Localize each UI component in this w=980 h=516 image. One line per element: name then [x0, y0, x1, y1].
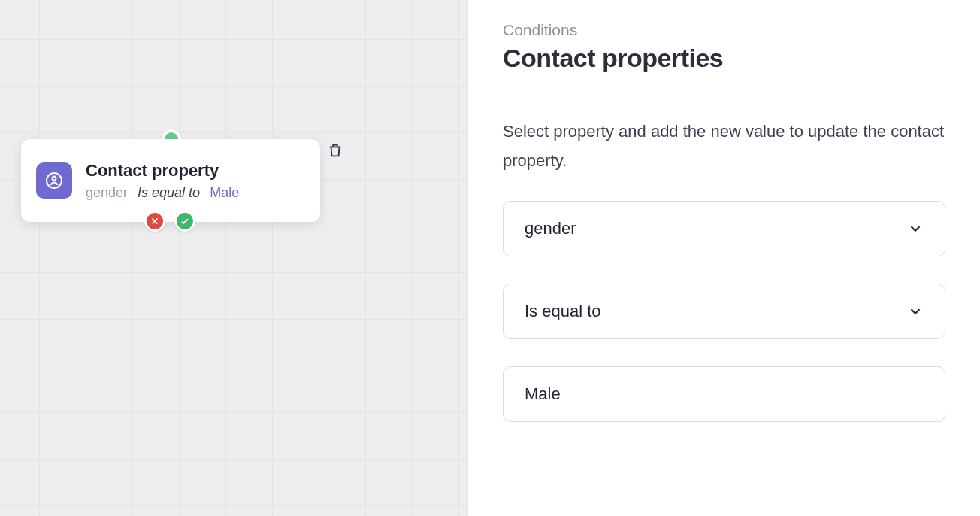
property-select[interactable]: gender — [503, 201, 945, 256]
panel-eyebrow: Conditions — [503, 21, 945, 39]
workflow-canvas[interactable]: Contact property gender Is equal to Male — [0, 0, 468, 516]
chevron-down-icon — [907, 220, 924, 237]
operator-select-value: Is equal to — [525, 302, 601, 321]
x-icon — [150, 216, 160, 226]
chevron-down-icon — [907, 303, 924, 320]
node-condition-summary: gender Is equal to Male — [86, 185, 239, 201]
value-input-wrapper[interactable] — [503, 366, 945, 422]
node-operator-label: Is equal to — [138, 185, 200, 200]
delete-node-button[interactable] — [325, 140, 346, 161]
node-text-block: Contact property gender Is equal to Male — [86, 161, 239, 201]
contact-info-icon — [36, 162, 72, 199]
properties-panel: Conditions Contact properties Select pro… — [468, 0, 980, 516]
value-input[interactable] — [525, 384, 924, 404]
property-select-value: gender — [525, 219, 576, 238]
node-title: Contact property — [86, 161, 239, 181]
node-value-label: Male — [210, 185, 239, 200]
panel-title: Contact properties — [503, 44, 945, 73]
svg-point-1 — [53, 177, 56, 181]
panel-description: Select property and add the new value to… — [503, 117, 945, 175]
node-true-output[interactable] — [174, 211, 195, 232]
node-property-label: gender — [86, 185, 128, 200]
check-icon — [180, 216, 190, 226]
operator-select[interactable]: Is equal to — [503, 284, 945, 339]
trash-icon — [327, 142, 343, 159]
node-false-output[interactable] — [144, 211, 165, 232]
panel-divider — [468, 93, 980, 93]
contact-property-node[interactable]: Contact property gender Is equal to Male — [21, 139, 320, 222]
